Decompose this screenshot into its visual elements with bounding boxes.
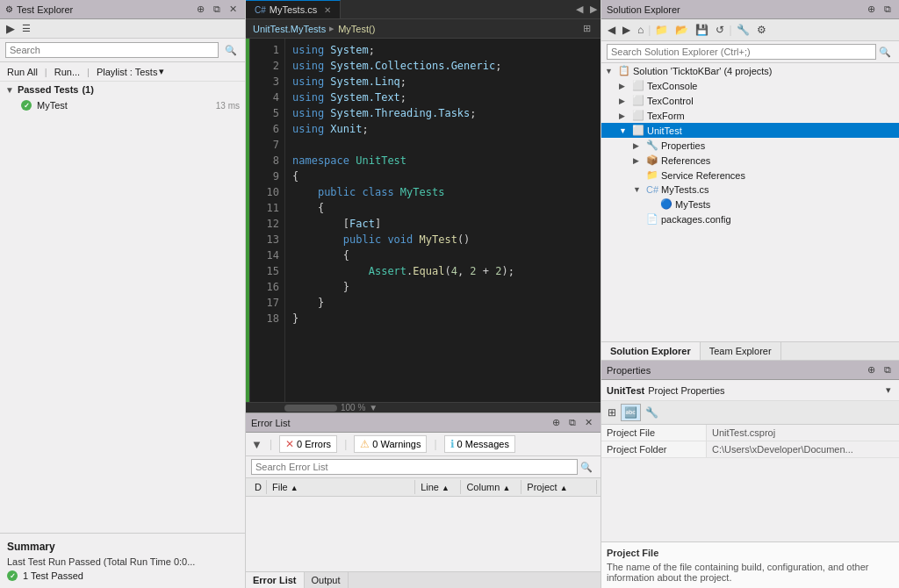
tree-texcontrol[interactable]: ▶ ⬜ TexControl: [601, 93, 899, 108]
col-project[interactable]: Project ▲: [521, 480, 597, 494]
editor-expand-icon[interactable]: ⊞: [580, 22, 593, 35]
col-d[interactable]: D: [249, 480, 267, 494]
tree-mytests-cs[interactable]: ▼ C# MyTests.cs: [601, 183, 899, 197]
search-button[interactable]: 🔍: [222, 44, 240, 57]
tree-service-references[interactable]: ▶ 📁 Service References: [601, 168, 899, 183]
csharp-icon: C#: [646, 184, 658, 195]
sol-properties-icon[interactable]: 🔧: [734, 22, 752, 38]
prop-dropdown-icon[interactable]: ▾: [883, 384, 894, 397]
properties-toolbar: ⊞ 🔤 🔧: [601, 401, 899, 425]
editor-scroll-left-icon[interactable]: ◀: [572, 0, 586, 18]
warnings-filter-button[interactable]: ⚠ 0 Warnings: [354, 435, 427, 453]
zoom-arrow-icon[interactable]: ▼: [369, 403, 378, 412]
close-icon[interactable]: ✕: [227, 3, 240, 16]
error-search-input[interactable]: [251, 459, 578, 475]
run-icon[interactable]: ▶: [4, 21, 18, 36]
sol-new-solution-icon[interactable]: 📁: [652, 22, 671, 38]
editor-breadcrumb: UnitTest.MyTests ▸ MyTest() ⊞: [246, 19, 601, 39]
prop-row-file: Project File UnitTest.csproj: [601, 425, 899, 441]
tree-solution-root[interactable]: ▼ 📋 Solution 'TicktoKBar' (4 projects): [601, 63, 899, 78]
dock-button[interactable]: ⧉: [211, 3, 223, 16]
tab-solution-explorer[interactable]: Solution Explorer: [601, 342, 701, 360]
mytests-cs-chevron-icon: ▼: [633, 185, 644, 194]
sol-pin-icon[interactable]: ⊕: [865, 3, 878, 16]
class-icon: 🔵: [660, 198, 672, 210]
sol-back-icon[interactable]: ◀: [605, 22, 618, 38]
bottom-panel-tabs: Error List Output: [246, 571, 601, 588]
run-button[interactable]: Run...: [53, 66, 82, 78]
passed-tests-section: ▼ Passed Tests (1) MyTest 13 ms: [0, 82, 245, 533]
tree-texconsole[interactable]: ▶ ⬜ TexConsole: [601, 78, 899, 93]
sol-dock-icon[interactable]: ⧉: [881, 3, 894, 16]
prop-grid-icon[interactable]: ⊞: [605, 405, 619, 420]
test-explorer-titlebar: ⚙ Test Explorer ⊕ ⧉ ✕: [0, 0, 245, 19]
messages-filter-button[interactable]: ℹ 0 Messages: [444, 435, 515, 453]
summary-section: Summary Last Test Run Passed (Total Run …: [0, 533, 245, 588]
errors-filter-button[interactable]: ✕ 0 Errors: [279, 435, 337, 453]
sol-search-button[interactable]: 🔍: [876, 46, 894, 59]
tab-team-explorer[interactable]: Team Explorer: [701, 342, 781, 360]
error-list-close-icon[interactable]: ✕: [582, 416, 595, 429]
sol-refresh-icon[interactable]: ↺: [713, 22, 727, 38]
group-icon[interactable]: ☰: [19, 22, 33, 35]
csharp-file-icon: C#: [255, 5, 266, 15]
column-col-sort-icon: ▲: [502, 484, 510, 492]
tree-references[interactable]: ▶ 📦 References: [601, 153, 899, 168]
prop-val-folder[interactable]: C:\Users\xDeveloper\Documen...: [707, 441, 899, 457]
breadcrumb-method[interactable]: MyTest(): [338, 24, 375, 34]
pin-button[interactable]: ⊕: [194, 3, 207, 16]
sol-filter-icon[interactable]: ⚙: [754, 22, 769, 38]
test-item[interactable]: MyTest 13 ms: [0, 97, 245, 113]
unittest-chevron-icon: ▼: [619, 126, 629, 135]
tree-mytests-class[interactable]: ▶ 🔵 MyTests: [601, 197, 899, 212]
error-search-button[interactable]: 🔍: [578, 461, 595, 474]
tree-properties[interactable]: ▶ 🔧 Properties: [601, 138, 899, 153]
editor-tab-mytests[interactable]: C# MyTests.cs ✕: [246, 0, 341, 18]
prop-dock-icon[interactable]: ⧉: [881, 363, 894, 376]
error-filter-icon[interactable]: ▼: [251, 438, 263, 451]
passed-tests-header[interactable]: ▼ Passed Tests (1): [0, 82, 245, 97]
passed-tests-label: Passed Tests: [18, 84, 79, 95]
col-column[interactable]: Column ▲: [461, 480, 521, 494]
prop-filter-icon[interactable]: 🔧: [643, 405, 661, 420]
col-line[interactable]: Line ▲: [415, 480, 461, 494]
sol-save-icon[interactable]: 💾: [693, 22, 711, 38]
error-list-pin-icon[interactable]: ⊕: [550, 416, 563, 429]
properties-title: Properties: [607, 365, 651, 376]
solution-tree: ▼ 📋 Solution 'TicktoKBar' (4 projects) ▶…: [601, 63, 899, 341]
sol-search-input[interactable]: [607, 44, 876, 60]
sol-open-icon[interactable]: 📂: [672, 22, 691, 38]
test-explorer-title: Test Explorer: [17, 4, 191, 15]
scrollbar-thumb: [284, 405, 337, 412]
mytests-class-chevron-icon: ▶: [647, 200, 658, 209]
tree-unittest[interactable]: ▼ ⬜ UnitTest: [601, 123, 899, 138]
col-file[interactable]: File ▲: [267, 480, 415, 494]
prop-sort-icon[interactable]: 🔤: [621, 404, 641, 421]
prop-val-file[interactable]: UnitTest.csproj: [707, 425, 899, 441]
sol-home-icon[interactable]: ⌂: [635, 22, 646, 38]
line-col-sort-icon: ▲: [442, 484, 450, 492]
run-all-button[interactable]: Run All: [5, 66, 40, 78]
passed-tests-count: (1): [82, 84, 93, 95]
solution-explorer-toolbar: ◀ ▶ ⌂ | 📁 📂 💾 ↺ | 🔧 ⚙: [601, 19, 899, 41]
unittest-icon: ⬜: [632, 125, 644, 136]
sol-forward-icon[interactable]: ▶: [620, 22, 633, 38]
service-refs-icon: 📁: [646, 169, 658, 181]
tree-texform[interactable]: ▶ ⬜ TexForm: [601, 108, 899, 123]
output-tab[interactable]: Output: [305, 572, 349, 588]
test-search-input[interactable]: [5, 42, 219, 58]
prop-pin-icon[interactable]: ⊕: [865, 363, 878, 376]
error-list-tab[interactable]: Error List: [246, 572, 305, 588]
code-editor[interactable]: using System; using System.Collections.G…: [285, 39, 601, 402]
error-list-toolbar: ▼ | ✕ 0 Errors | ⚠ 0 Warnings | ℹ 0 Mess…: [246, 433, 601, 456]
tab-close-icon[interactable]: ✕: [324, 5, 331, 15]
error-list-dock-icon[interactable]: ⧉: [566, 416, 579, 429]
texcontrol-chevron-icon: ▶: [619, 97, 629, 105]
line-numbers: 12345 678910 1112131415 161718: [250, 39, 285, 402]
editor-scrollbar-h[interactable]: 100 % ▼: [246, 402, 601, 412]
editor-scroll-right-icon[interactable]: ▶: [586, 0, 601, 18]
breadcrumb-class[interactable]: UnitTest.MyTests: [253, 24, 326, 34]
tree-packages-config[interactable]: ▶ 📄 packages.config: [601, 212, 899, 226]
playlist-button[interactable]: Playlist : Tests ▾: [95, 65, 167, 78]
solution-label: Solution 'TicktoKBar' (4 projects): [633, 66, 772, 76]
